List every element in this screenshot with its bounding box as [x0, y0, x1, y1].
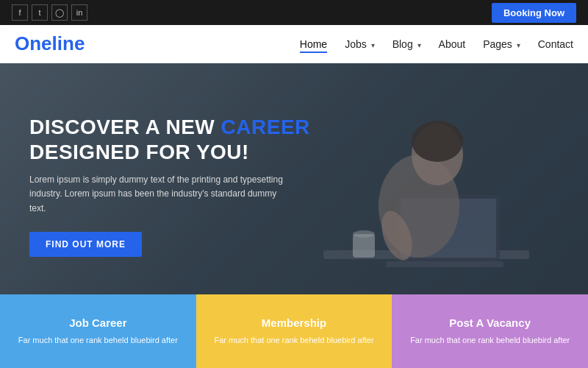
- instagram-icon[interactable]: ◯: [51, 4, 68, 21]
- hero-subtitle: Lorem ipsum is simply dummy text of the …: [29, 173, 294, 216]
- nav-item-about[interactable]: About: [439, 38, 466, 51]
- nav-links: Home Jobs ▾ Blog ▾ About Pages ▾ Contact: [300, 38, 573, 51]
- card-job-career-title: Job Career: [69, 316, 126, 329]
- logo-rest: neline: [29, 32, 85, 54]
- nav-link-home[interactable]: Home: [300, 38, 327, 53]
- card-post-vacancy-text: Far much that one rank beheld bluebird a…: [410, 335, 570, 346]
- hero-title-part2: DESIGNED FOR YOU!: [29, 141, 249, 163]
- nav-link-pages[interactable]: Pages ▾: [483, 38, 520, 50]
- nav-link-about[interactable]: About: [439, 38, 466, 50]
- nav-item-contact[interactable]: Contact: [538, 38, 573, 51]
- blog-arrow: ▾: [417, 41, 421, 49]
- card-job-career[interactable]: Job Career Far much that one rank beheld…: [0, 294, 196, 368]
- navbar: Oneline Home Jobs ▾ Blog ▾ About Pages ▾…: [0, 25, 588, 63]
- hero-content: DISCOVER A NEW CAREER DESIGNED FOR YOU! …: [29, 115, 310, 257]
- card-membership[interactable]: Membership Far much that one rank beheld…: [196, 294, 392, 368]
- nav-item-jobs[interactable]: Jobs ▾: [345, 38, 374, 51]
- hero-title-part1: DISCOVER A NEW: [29, 116, 221, 138]
- hero-section: DISCOVER A NEW CAREER DESIGNED FOR YOU! …: [0, 63, 588, 294]
- card-job-career-text: Far much that one rank beheld bluebird a…: [18, 335, 178, 346]
- linkedin-icon[interactable]: in: [71, 4, 87, 21]
- social-icons: f t ◯ in: [12, 4, 87, 21]
- card-membership-title: Membership: [262, 316, 326, 329]
- hero-title-career: CAREER: [221, 116, 310, 138]
- twitter-icon[interactable]: t: [32, 4, 48, 21]
- nav-link-jobs[interactable]: Jobs ▾: [345, 38, 374, 50]
- svg-rect-3: [386, 261, 503, 267]
- nav-link-contact[interactable]: Contact: [538, 38, 573, 50]
- hero-person-image: [309, 81, 529, 294]
- nav-link-blog[interactable]: Blog ▾: [392, 38, 421, 50]
- card-post-vacancy[interactable]: Post A Vacancy Far much that one rank be…: [392, 294, 588, 368]
- svg-point-6: [412, 121, 463, 162]
- nav-item-pages[interactable]: Pages ▾: [483, 38, 520, 51]
- nav-item-home[interactable]: Home: [300, 38, 327, 51]
- jobs-arrow: ▾: [371, 41, 375, 49]
- hero-title: DISCOVER A NEW CAREER DESIGNED FOR YOU!: [29, 115, 310, 164]
- top-bar: f t ◯ in Booking Now: [0, 0, 588, 25]
- logo-highlight: O: [15, 32, 29, 54]
- logo: Oneline: [15, 32, 85, 55]
- svg-point-9: [353, 230, 375, 238]
- nav-item-blog[interactable]: Blog ▾: [392, 38, 421, 51]
- find-out-more-button[interactable]: FIND OUT MORE: [29, 232, 142, 257]
- card-post-vacancy-title: Post A Vacancy: [449, 316, 531, 329]
- booking-button[interactable]: Booking Now: [492, 3, 576, 23]
- facebook-icon[interactable]: f: [12, 4, 28, 21]
- cards-row: Job Career Far much that one rank beheld…: [0, 294, 588, 368]
- pages-arrow: ▾: [517, 41, 520, 49]
- card-membership-text: Far much that one rank beheld bluebird a…: [214, 335, 373, 346]
